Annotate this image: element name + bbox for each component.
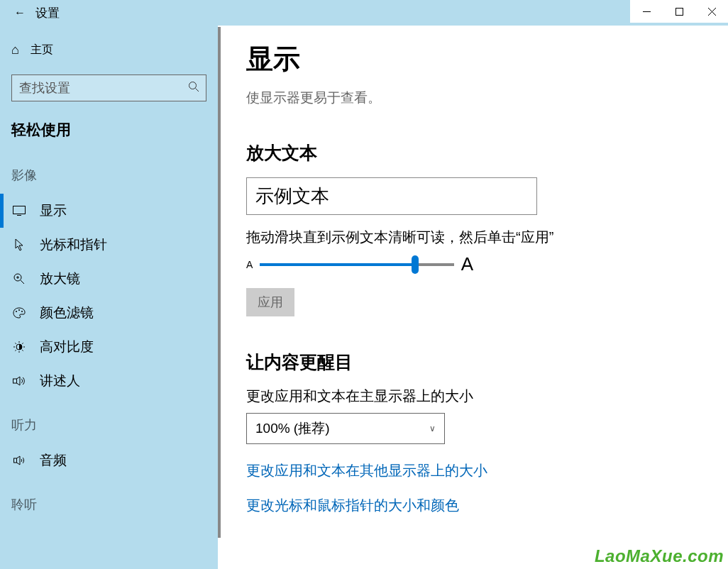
sidebar-item-magnifier[interactable]: 放大镜	[0, 262, 218, 296]
text-size-slider[interactable]	[260, 263, 453, 266]
display-icon	[11, 206, 27, 216]
svg-line-19	[22, 350, 23, 351]
magnifier-icon	[11, 273, 27, 284]
sidebar-item-label: 光标和指针	[40, 236, 107, 254]
sidebar-item-high-contrast[interactable]: 高对比度	[0, 330, 218, 364]
svg-rect-1	[675, 8, 683, 15]
group-header-hearing: 听力	[0, 398, 218, 443]
contrast-icon	[11, 341, 27, 353]
search-input[interactable]	[11, 74, 206, 101]
section-prominence: 让内容更醒目	[246, 350, 702, 374]
chevron-down-icon: ∨	[429, 424, 436, 433]
close-button[interactable]	[695, 0, 728, 23]
watermark: LaoMaXue.com	[595, 546, 724, 566]
minimize-icon	[643, 11, 651, 12]
home-nav[interactable]: ⌂ 主页	[0, 38, 218, 62]
svg-point-11	[18, 309, 20, 311]
window-title: 设置	[35, 5, 60, 21]
svg-point-12	[21, 311, 23, 312]
sidebar-item-audio[interactable]: 音频	[0, 443, 218, 477]
sidebar-item-narrator[interactable]: 讲述人	[0, 364, 218, 398]
group-header-listen: 聆听	[0, 477, 218, 523]
link-other-displays[interactable]: 更改应用和文本在其他显示器上的大小	[246, 461, 702, 480]
sidebar-item-label: 放大镜	[40, 270, 80, 288]
category-title: 轻松使用	[0, 116, 218, 148]
back-button[interactable]: ←	[14, 6, 26, 19]
cursor-icon	[11, 238, 27, 251]
minimize-button[interactable]	[630, 0, 663, 23]
sidebar-item-color-filters[interactable]: 颜色滤镜	[0, 296, 218, 330]
section-enlarge-text: 放大文本	[246, 141, 702, 165]
apply-button[interactable]: 应用	[246, 288, 294, 316]
close-icon	[708, 8, 716, 16]
page-subtitle: 使显示器更易于查看。	[246, 89, 702, 107]
audio-icon	[11, 455, 27, 465]
maximize-button[interactable]	[663, 0, 695, 23]
content-area: 显示 使显示器更易于查看。 放大文本 示例文本 拖动滑块直到示例文本清晰可读，然…	[221, 26, 728, 569]
slider-max-label: A	[461, 253, 473, 275]
svg-rect-4	[13, 206, 26, 214]
sidebar-item-label: 讲述人	[40, 372, 80, 390]
sidebar-item-display[interactable]: 显示	[0, 194, 218, 228]
sidebar-item-cursor[interactable]: 光标和指针	[0, 228, 218, 262]
page-title: 显示	[246, 41, 702, 77]
sidebar: ⌂ 主页 轻松使用 影像 显示 光标和指针 放大镜	[0, 26, 218, 569]
svg-line-18	[15, 343, 16, 344]
maximize-icon	[675, 8, 683, 16]
slider-min-label: A	[246, 259, 253, 270]
svg-rect-0	[643, 11, 651, 12]
scale-value: 100% (推荐)	[255, 419, 330, 438]
link-cursor-size[interactable]: 更改光标和鼠标指针的大小和颜色	[246, 496, 702, 515]
palette-icon	[11, 307, 27, 319]
slider-thumb[interactable]	[412, 255, 419, 274]
home-icon: ⌂	[11, 43, 19, 57]
group-header-vision: 影像	[0, 148, 218, 194]
sidebar-item-label: 高对比度	[40, 338, 94, 356]
svg-line-21	[22, 343, 23, 344]
sidebar-item-label: 颜色滤镜	[40, 304, 94, 322]
svg-point-10	[16, 311, 17, 312]
scale-dropdown[interactable]: 100% (推荐) ∨	[246, 413, 445, 444]
narrator-icon	[11, 376, 27, 386]
sidebar-item-label: 显示	[40, 201, 67, 220]
sample-text-box: 示例文本	[246, 177, 537, 215]
svg-rect-22	[13, 379, 17, 383]
scale-label: 更改应用和文本在主显示器上的大小	[246, 387, 702, 406]
svg-line-9	[21, 280, 24, 284]
svg-rect-23	[14, 458, 17, 463]
svg-line-20	[15, 350, 16, 351]
sidebar-item-label: 音频	[40, 451, 67, 470]
home-label: 主页	[31, 43, 53, 57]
titlebar: ← 设置	[0, 0, 728, 26]
slider-help-text: 拖动滑块直到示例文本清晰可读，然后单击“应用”	[246, 225, 558, 249]
